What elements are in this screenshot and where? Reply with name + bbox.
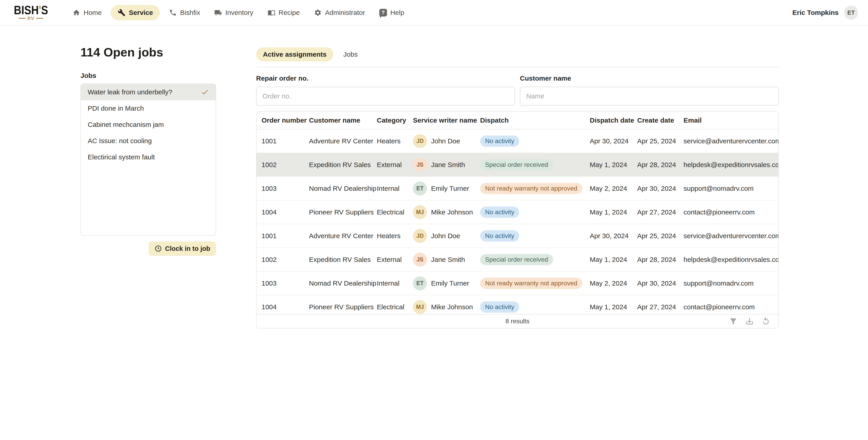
cell-service-writer: ET Emily Turner — [408, 276, 475, 290]
col-order-number: Order number — [256, 116, 304, 124]
cell-dispatch-date: May 1, 2024 — [585, 208, 632, 216]
cell-email: support@nomadrv.com — [679, 185, 778, 192]
cell-email: contact@pioneerrv.com — [679, 208, 778, 216]
job-list-item[interactable]: Cabinet mechcanism jam — [81, 116, 216, 133]
cell-dispatch: No activity — [475, 135, 585, 147]
main-content: Active assignments Jobs Repair order no.… — [256, 47, 779, 329]
cell-order-number: 1003 — [256, 185, 304, 192]
refresh-icon — [762, 317, 770, 326]
nav-item-recipe[interactable]: Recipe — [262, 5, 305, 20]
cell-category: Internal — [372, 279, 408, 287]
cell-dispatch: Not ready warranty not approved — [475, 183, 585, 194]
dispatch-badge: No activity — [480, 230, 519, 242]
job-label: Electirical system fault — [88, 153, 209, 161]
writer-avatar: JS — [413, 252, 427, 267]
cell-customer-name: Pioneer RV Suppliers — [304, 303, 372, 311]
cell-service-writer: MJ Mike Johnson — [408, 205, 475, 219]
col-email: Email — [679, 116, 778, 124]
col-dispatch: Dispatch — [475, 116, 585, 124]
repair-order-label: Repair order no. — [256, 74, 515, 82]
table-row[interactable]: 1002 Expedition RV Sales External JS Jan… — [256, 248, 778, 272]
nav-item-inventory[interactable]: Inventory — [209, 5, 258, 20]
writer-avatar: MJ — [413, 300, 427, 314]
cell-dispatch: Special order received — [475, 159, 585, 170]
main-nav: HomeServiceBishfixInventoryRecipeAdminis… — [67, 5, 409, 20]
customer-name-input[interactable] — [520, 87, 779, 106]
nav-item-service[interactable]: Service — [111, 5, 160, 20]
table-row[interactable]: 1002 Expedition RV Sales External JS Jan… — [256, 153, 778, 177]
nav-item-home[interactable]: Home — [67, 5, 107, 20]
job-list-item[interactable]: Electirical system fault — [81, 149, 216, 165]
user-menu[interactable]: Eric Tompkins ET — [793, 6, 858, 20]
cell-service-writer: JD John Doe — [408, 134, 475, 148]
job-list-item[interactable]: Water leak from underbelly? — [81, 84, 216, 100]
writer-name: Mike Johnson — [431, 208, 473, 216]
brand-logo[interactable]: BISH'S RV — [16, 4, 46, 21]
top-bar: BISH'S RV HomeServiceBishfixInventoryRec… — [0, 0, 868, 26]
cell-category: Heaters — [372, 232, 408, 240]
refresh-button[interactable] — [762, 317, 770, 326]
nav-label: Recipe — [279, 9, 300, 16]
cell-email: contact@pioneerrv.com — [679, 303, 778, 311]
cell-email: helpdesk@expeditionrvsales.com — [679, 256, 778, 264]
nav-item-bishfix[interactable]: Bishfix — [164, 5, 205, 20]
cell-dispatch-date: May 2, 2024 — [585, 185, 632, 192]
cell-service-writer: JS Jane Smith — [408, 158, 475, 172]
cell-order-number: 1003 — [256, 279, 304, 287]
col-customer-name: Customer name — [304, 116, 372, 124]
gear-icon — [314, 8, 322, 17]
job-label: AC Issue: not cooling — [88, 137, 209, 145]
table-row[interactable]: 1003 Nomad RV Dealership Internal ET Emi… — [256, 177, 778, 200]
filter-button[interactable] — [729, 317, 738, 326]
cell-customer-name: Expedition RV Sales — [304, 161, 372, 169]
nav-item-help[interactable]: ?Help — [374, 5, 409, 20]
col-dispatch-date: Dispatch date — [585, 116, 632, 124]
jobs-panel: 114 Open jobs Jobs Water leak from under… — [81, 45, 216, 256]
table-row[interactable]: 1001 Adventure RV Center Heaters JD John… — [256, 224, 778, 248]
cell-dispatch: No activity — [475, 230, 585, 242]
nav-label: Help — [391, 9, 404, 16]
wrench-icon — [118, 8, 126, 17]
download-button[interactable] — [745, 317, 754, 326]
table-row[interactable]: 1001 Adventure RV Center Heaters JD John… — [256, 129, 778, 153]
tab-jobs[interactable]: Jobs — [343, 47, 358, 61]
cell-create-date: Apr 27, 2024 — [632, 303, 679, 311]
brand-name: BISH'S — [14, 3, 48, 16]
download-icon — [745, 317, 754, 326]
jobs-listbox: Water leak from underbelly?PDI done in M… — [81, 83, 216, 236]
cell-customer-name: Pioneer RV Suppliers — [304, 208, 372, 216]
clock-in-button[interactable]: Clock in to job — [149, 242, 216, 256]
writer-name: Jane Smith — [431, 161, 465, 169]
writer-name: Mike Johnson — [431, 303, 473, 311]
job-list-item[interactable]: PDI done in March — [81, 100, 216, 116]
cell-create-date: Apr 30, 2024 — [632, 185, 679, 192]
cell-dispatch: Not ready warranty not approved — [475, 278, 585, 289]
cell-create-date: Apr 30, 2024 — [632, 279, 679, 287]
logo-line-right — [36, 18, 43, 19]
table-body: 1001 Adventure RV Center Heaters JD John… — [256, 129, 778, 314]
tab-divider — [256, 67, 779, 67]
cell-order-number: 1001 — [256, 232, 304, 240]
writer-name: Jane Smith — [431, 256, 465, 264]
nav-label: Service — [129, 9, 153, 16]
table-row[interactable]: 1004 Pioneer RV Suppliers Electrical MJ … — [256, 295, 778, 314]
dispatch-badge: No activity — [480, 301, 519, 313]
clock-in-label: Clock in to job — [165, 245, 210, 252]
repair-order-input[interactable] — [256, 87, 515, 106]
funnel-icon — [729, 317, 738, 326]
cell-customer-name: Adventure RV Center — [304, 232, 372, 240]
writer-avatar: JD — [413, 229, 427, 243]
user-avatar[interactable]: ET — [844, 6, 858, 20]
nav-label: Bishfix — [180, 9, 200, 16]
job-list-item[interactable]: AC Issue: not cooling — [81, 133, 216, 149]
nav-item-administrator[interactable]: Administrator — [309, 5, 370, 20]
table-row[interactable]: 1003 Nomad RV Dealership Internal ET Emi… — [256, 272, 778, 295]
table-row[interactable]: 1004 Pioneer RV Suppliers Electrical MJ … — [256, 200, 778, 224]
tab-active-assignments[interactable]: Active assignments — [256, 47, 333, 61]
cell-dispatch: No activity — [475, 207, 585, 218]
cell-order-number: 1004 — [256, 303, 304, 311]
nav-label: Administrator — [325, 9, 365, 16]
job-label: PDI done in March — [88, 104, 209, 112]
cell-service-writer: JS Jane Smith — [408, 252, 475, 267]
dispatch-badge: Not ready warranty not approved — [480, 278, 582, 289]
